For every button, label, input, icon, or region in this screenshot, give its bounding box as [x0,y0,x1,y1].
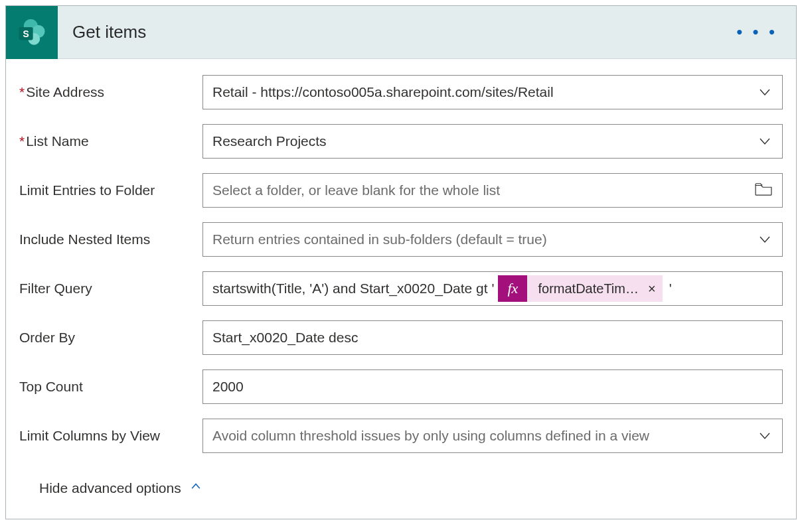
limit-columns-dropdown[interactable]: Avoid column threshold issues by only us… [202,419,783,453]
action-card: S Get items • • • *Site Address Retail -… [5,5,797,519]
label-list-name: *List Name [19,124,202,149]
order-by-value: Start_x0020_Date desc [212,330,773,346]
limit-columns-placeholder: Avoid column threshold issues by only us… [212,428,748,444]
label-filter-query: Filter Query [19,271,202,297]
site-address-value: Retail - https://contoso005a.sharepoint.… [212,84,748,100]
expression-label: formatDateTim… [538,281,639,297]
fx-icon: fx [498,275,527,302]
required-marker: * [19,84,25,100]
card-body: *Site Address Retail - https://contoso00… [6,59,796,519]
row-top-count: Top Count 2000 [19,369,783,404]
list-name-dropdown[interactable]: Research Projects [202,124,783,159]
row-list-name: *List Name Research Projects [19,124,783,159]
label-site-address: *Site Address [19,75,202,100]
filter-query-text-after: ' [669,281,672,297]
chevron-down-icon [748,84,773,100]
expression-remove-icon[interactable]: × [648,281,656,297]
label-order-by: Order By [19,320,202,346]
row-site-address: *Site Address Retail - https://contoso00… [19,75,783,109]
row-filter-query: Filter Query startswith(Title, 'A') and … [19,271,783,306]
chevron-down-icon [748,133,773,149]
list-name-value: Research Projects [212,133,748,149]
advanced-options-toggle[interactable]: Hide advanced options [19,468,783,512]
required-marker: * [19,133,25,149]
order-by-input[interactable]: Start_x0020_Date desc [202,320,783,355]
advanced-options-label: Hide advanced options [39,480,181,496]
filter-query-text: startswith(Title, 'A') and Start_x0020_D… [212,281,494,297]
svg-text:S: S [23,28,29,38]
site-address-dropdown[interactable]: Retail - https://contoso005a.sharepoint.… [202,75,783,109]
label-limit-columns: Limit Columns by View [19,419,202,444]
top-count-value: 2000 [212,379,773,395]
chevron-down-icon [748,232,773,247]
label-top-count: Top Count [19,369,202,395]
row-order-by: Order By Start_x0020_Date desc [19,320,783,355]
label-limit-folder: Limit Entries to Folder [19,173,202,198]
card-header: S Get items • • • [6,6,796,59]
row-include-nested: Include Nested Items Return entries cont… [19,222,783,257]
card-title: Get items [72,22,736,42]
label-site-address-text: Site Address [26,84,104,100]
row-limit-columns: Limit Columns by View Avoid column thres… [19,419,783,453]
folder-picker-icon[interactable] [754,182,773,200]
filter-query-input[interactable]: startswith(Title, 'A') and Start_x0020_D… [202,271,783,306]
label-include-nested: Include Nested Items [19,222,202,247]
top-count-input[interactable]: 2000 [202,369,783,404]
card-menu-button[interactable]: • • • [736,22,777,42]
limit-folder-input[interactable]: Select a folder, or leave blank for the … [202,173,783,208]
chevron-up-icon [189,480,202,496]
chevron-down-icon [748,428,773,444]
sharepoint-icon: S [6,6,58,59]
label-list-name-text: List Name [26,133,89,149]
row-limit-folder: Limit Entries to Folder Select a folder,… [19,173,783,208]
include-nested-dropdown[interactable]: Return entries contained in sub-folders … [202,222,783,257]
limit-folder-placeholder: Select a folder, or leave blank for the … [212,182,754,198]
expression-token[interactable]: fx formatDateTim… × [498,275,662,302]
include-nested-placeholder: Return entries contained in sub-folders … [212,232,748,247]
